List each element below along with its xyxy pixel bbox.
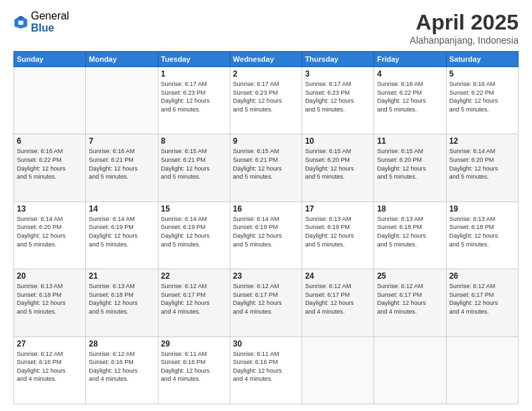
calendar-cell: 10Sunrise: 6:15 AM Sunset: 6:20 PM Dayli… bbox=[302, 134, 374, 201]
day-info: Sunrise: 6:17 AM Sunset: 6:23 PM Dayligh… bbox=[305, 80, 371, 113]
day-number: 27 bbox=[17, 339, 83, 349]
day-info: Sunrise: 6:12 AM Sunset: 6:16 PM Dayligh… bbox=[89, 350, 154, 383]
day-number: 30 bbox=[233, 339, 299, 349]
day-number: 15 bbox=[161, 204, 227, 214]
day-number: 19 bbox=[449, 204, 515, 214]
calendar-cell: 24Sunrise: 6:12 AM Sunset: 6:17 PM Dayli… bbox=[302, 269, 374, 336]
day-number: 26 bbox=[449, 271, 515, 281]
calendar-cell: 19Sunrise: 6:13 AM Sunset: 6:18 PM Dayli… bbox=[446, 201, 518, 269]
day-number: 13 bbox=[17, 204, 83, 214]
day-info: Sunrise: 6:13 AM Sunset: 6:18 PM Dayligh… bbox=[17, 282, 83, 316]
day-number: 12 bbox=[449, 136, 515, 146]
day-info: Sunrise: 6:17 AM Sunset: 6:23 PM Dayligh… bbox=[161, 80, 227, 113]
title-block: April 2025 Alahanpanjang, Indonesia bbox=[410, 10, 519, 46]
calendar-table: SundayMondayTuesdayWednesdayThursdayFrid… bbox=[13, 51, 519, 404]
day-number: 2 bbox=[233, 69, 299, 79]
calendar-cell: 17Sunrise: 6:13 AM Sunset: 6:19 PM Dayli… bbox=[302, 201, 374, 269]
day-info: Sunrise: 6:12 AM Sunset: 6:17 PM Dayligh… bbox=[161, 282, 227, 316]
calendar-cell bbox=[14, 67, 86, 134]
calendar-cell: 20Sunrise: 6:13 AM Sunset: 6:18 PM Dayli… bbox=[14, 269, 86, 336]
calendar-cell: 23Sunrise: 6:12 AM Sunset: 6:17 PM Dayli… bbox=[230, 269, 302, 336]
calendar-cell bbox=[302, 336, 374, 404]
day-info: Sunrise: 6:13 AM Sunset: 6:19 PM Dayligh… bbox=[305, 215, 371, 248]
calendar-cell: 12Sunrise: 6:14 AM Sunset: 6:20 PM Dayli… bbox=[446, 134, 518, 201]
calendar-header-tuesday: Tuesday bbox=[158, 52, 230, 67]
calendar-cell bbox=[446, 336, 518, 404]
day-info: Sunrise: 6:14 AM Sunset: 6:19 PM Dayligh… bbox=[233, 215, 299, 248]
day-info: Sunrise: 6:14 AM Sunset: 6:20 PM Dayligh… bbox=[17, 215, 83, 248]
logo-text: General Blue bbox=[31, 10, 69, 34]
day-info: Sunrise: 6:11 AM Sunset: 6:16 PM Dayligh… bbox=[161, 350, 227, 383]
calendar-cell: 9Sunrise: 6:15 AM Sunset: 6:21 PM Daylig… bbox=[230, 134, 302, 201]
day-info: Sunrise: 6:16 AM Sunset: 6:22 PM Dayligh… bbox=[449, 80, 515, 113]
day-info: Sunrise: 6:16 AM Sunset: 6:21 PM Dayligh… bbox=[89, 147, 154, 181]
day-info: Sunrise: 6:12 AM Sunset: 6:17 PM Dayligh… bbox=[233, 282, 299, 316]
day-number: 20 bbox=[17, 271, 83, 281]
day-number: 25 bbox=[377, 271, 443, 281]
calendar-cell: 8Sunrise: 6:15 AM Sunset: 6:21 PM Daylig… bbox=[158, 134, 230, 201]
day-number: 21 bbox=[89, 271, 154, 281]
day-info: Sunrise: 6:11 AM Sunset: 6:16 PM Dayligh… bbox=[233, 350, 299, 383]
day-info: Sunrise: 6:13 AM Sunset: 6:18 PM Dayligh… bbox=[377, 215, 443, 248]
calendar-cell: 26Sunrise: 6:12 AM Sunset: 6:17 PM Dayli… bbox=[446, 269, 518, 336]
calendar-header-friday: Friday bbox=[374, 52, 446, 67]
day-number: 9 bbox=[233, 136, 299, 146]
calendar-cell: 13Sunrise: 6:14 AM Sunset: 6:20 PM Dayli… bbox=[14, 201, 86, 269]
day-number: 29 bbox=[161, 339, 227, 349]
day-info: Sunrise: 6:15 AM Sunset: 6:20 PM Dayligh… bbox=[377, 147, 443, 181]
day-number: 14 bbox=[89, 204, 154, 214]
day-number: 11 bbox=[377, 136, 443, 146]
day-number: 28 bbox=[89, 339, 154, 349]
day-info: Sunrise: 6:12 AM Sunset: 6:17 PM Dayligh… bbox=[449, 282, 515, 316]
calendar-header-saturday: Saturday bbox=[446, 52, 518, 67]
calendar-header-wednesday: Wednesday bbox=[230, 52, 302, 67]
day-info: Sunrise: 6:14 AM Sunset: 6:20 PM Dayligh… bbox=[449, 147, 515, 181]
day-info: Sunrise: 6:15 AM Sunset: 6:21 PM Dayligh… bbox=[161, 147, 227, 181]
svg-rect-2 bbox=[18, 20, 23, 24]
day-number: 6 bbox=[17, 136, 83, 146]
day-info: Sunrise: 6:14 AM Sunset: 6:19 PM Dayligh… bbox=[89, 215, 154, 248]
calendar-week-row: 6Sunrise: 6:16 AM Sunset: 6:22 PM Daylig… bbox=[14, 134, 519, 201]
day-number: 4 bbox=[377, 69, 443, 79]
day-info: Sunrise: 6:15 AM Sunset: 6:21 PM Dayligh… bbox=[233, 147, 299, 181]
day-number: 24 bbox=[305, 271, 371, 281]
day-number: 1 bbox=[161, 69, 227, 79]
calendar-cell: 4Sunrise: 6:16 AM Sunset: 6:22 PM Daylig… bbox=[374, 67, 446, 134]
day-info: Sunrise: 6:14 AM Sunset: 6:19 PM Dayligh… bbox=[161, 215, 227, 248]
day-info: Sunrise: 6:13 AM Sunset: 6:18 PM Dayligh… bbox=[449, 215, 515, 248]
calendar-cell: 16Sunrise: 6:14 AM Sunset: 6:19 PM Dayli… bbox=[230, 201, 302, 269]
day-number: 23 bbox=[233, 271, 299, 281]
calendar-cell: 28Sunrise: 6:12 AM Sunset: 6:16 PM Dayli… bbox=[86, 336, 158, 404]
calendar-cell: 7Sunrise: 6:16 AM Sunset: 6:21 PM Daylig… bbox=[86, 134, 158, 201]
day-info: Sunrise: 6:12 AM Sunset: 6:16 PM Dayligh… bbox=[17, 350, 83, 383]
subtitle: Alahanpanjang, Indonesia bbox=[410, 35, 519, 46]
page: General Blue April 2025 Alahanpanjang, I… bbox=[0, 0, 532, 411]
calendar-header-row: SundayMondayTuesdayWednesdayThursdayFrid… bbox=[14, 52, 519, 67]
calendar-week-row: 13Sunrise: 6:14 AM Sunset: 6:20 PM Dayli… bbox=[14, 201, 519, 269]
calendar-week-row: 27Sunrise: 6:12 AM Sunset: 6:16 PM Dayli… bbox=[14, 336, 519, 404]
day-number: 16 bbox=[233, 204, 299, 214]
calendar-cell: 5Sunrise: 6:16 AM Sunset: 6:22 PM Daylig… bbox=[446, 67, 518, 134]
day-number: 17 bbox=[305, 204, 371, 214]
calendar-cell: 14Sunrise: 6:14 AM Sunset: 6:19 PM Dayli… bbox=[86, 201, 158, 269]
calendar-cell: 25Sunrise: 6:12 AM Sunset: 6:17 PM Dayli… bbox=[374, 269, 446, 336]
calendar-cell: 18Sunrise: 6:13 AM Sunset: 6:18 PM Dayli… bbox=[374, 201, 446, 269]
calendar-cell: 1Sunrise: 6:17 AM Sunset: 6:23 PM Daylig… bbox=[158, 67, 230, 134]
day-info: Sunrise: 6:12 AM Sunset: 6:17 PM Dayligh… bbox=[377, 282, 443, 316]
calendar-header-sunday: Sunday bbox=[14, 52, 86, 67]
day-number: 3 bbox=[305, 69, 371, 79]
calendar-cell: 29Sunrise: 6:11 AM Sunset: 6:16 PM Dayli… bbox=[158, 336, 230, 404]
calendar-cell bbox=[374, 336, 446, 404]
day-info: Sunrise: 6:16 AM Sunset: 6:22 PM Dayligh… bbox=[17, 147, 83, 181]
calendar-header-thursday: Thursday bbox=[302, 52, 374, 67]
calendar-cell: 27Sunrise: 6:12 AM Sunset: 6:16 PM Dayli… bbox=[14, 336, 86, 404]
calendar-cell: 22Sunrise: 6:12 AM Sunset: 6:17 PM Dayli… bbox=[158, 269, 230, 336]
day-number: 7 bbox=[89, 136, 154, 146]
day-info: Sunrise: 6:12 AM Sunset: 6:17 PM Dayligh… bbox=[305, 282, 371, 316]
calendar-cell: 15Sunrise: 6:14 AM Sunset: 6:19 PM Dayli… bbox=[158, 201, 230, 269]
calendar-cell: 11Sunrise: 6:15 AM Sunset: 6:20 PM Dayli… bbox=[374, 134, 446, 201]
day-number: 18 bbox=[377, 204, 443, 214]
day-number: 10 bbox=[305, 136, 371, 146]
day-info: Sunrise: 6:17 AM Sunset: 6:23 PM Dayligh… bbox=[233, 80, 299, 113]
logo-general: General bbox=[31, 10, 69, 22]
